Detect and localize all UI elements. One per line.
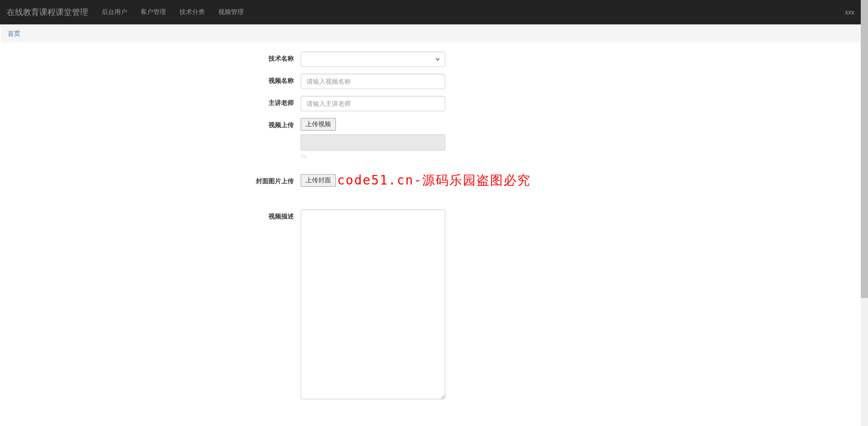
navbar-nav: 后台用户 客户管理 技术分类 视频管理	[95, 1, 250, 23]
nav-customer-mgmt[interactable]: 客户管理	[141, 8, 166, 15]
form-group-tech-name: 技术名称	[237, 52, 631, 67]
label-tech-name: 技术名称	[237, 52, 301, 63]
form-group-video-upload: 视频上传 上传视频 0x	[237, 118, 631, 161]
video-form: 技术名称 视频名称 主讲老师 视频上传 上传视频 0x 封面图片上传 上传封面	[231, 52, 637, 401]
label-description: 视频描述	[237, 209, 301, 221]
textarea-description[interactable]	[301, 209, 445, 399]
select-tech-name[interactable]	[301, 52, 445, 67]
video-upload-preview	[301, 134, 445, 151]
nav-tech-category[interactable]: 技术分类	[179, 8, 205, 15]
navbar-left: 在线教育课程课堂管理 后台用户 客户管理 技术分类 视频管理	[7, 0, 250, 24]
nav-video-mgmt[interactable]: 视频管理	[218, 8, 244, 15]
label-cover-upload: 封面图片上传	[237, 174, 301, 185]
breadcrumb: 首页	[1, 25, 867, 43]
form-group-video-name: 视频名称	[237, 74, 631, 89]
button-upload-video[interactable]: 上传视频	[301, 118, 336, 131]
nav-backend-user[interactable]: 后台用户	[102, 8, 127, 15]
top-navbar: 在线教育课程课堂管理 后台用户 客户管理 技术分类 视频管理 xxx	[0, 0, 868, 24]
form-group-cover-upload: 封面图片上传 上传封面	[237, 174, 631, 187]
input-teacher[interactable]	[301, 96, 445, 111]
scrollbar-track[interactable]	[861, 0, 868, 407]
scrollbar-thumb[interactable]	[861, 0, 868, 298]
label-teacher: 主讲老师	[237, 96, 301, 107]
label-video-upload: 视频上传	[237, 118, 301, 129]
form-group-teacher: 主讲老师	[237, 96, 631, 111]
input-video-name[interactable]	[301, 74, 445, 89]
form-group-description: 视频描述	[237, 209, 631, 401]
breadcrumb-home[interactable]: 首页	[8, 30, 20, 37]
button-upload-cover[interactable]: 上传封面	[301, 174, 336, 187]
navbar-user[interactable]: xxx	[838, 2, 861, 23]
label-video-name: 视频名称	[237, 74, 301, 85]
navbar-brand[interactable]: 在线教育课程课堂管理	[7, 0, 95, 24]
video-upload-hint: 0x	[301, 153, 445, 161]
